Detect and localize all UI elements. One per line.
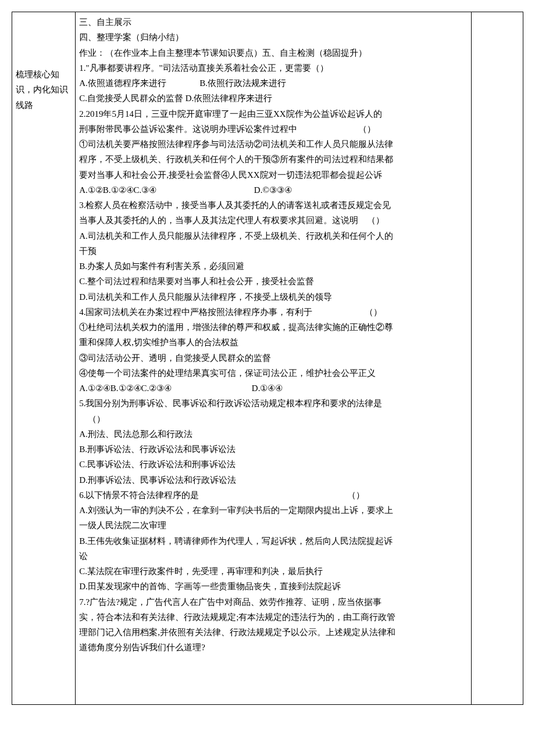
q4-line3: 重和保障人权,切实维护当事人的合法权益 bbox=[79, 335, 468, 350]
q2-line2: 刑事附带民事公益诉讼案件。这说明办理诉讼案件过程中 （） bbox=[79, 121, 468, 137]
q4-line1: 4.国家司法机关在办案过程中严格按照法律程序办事，有利于 （） bbox=[79, 304, 468, 320]
q5-opt-b: B.刑事诉讼法、行政诉讼法和民事诉讼法 bbox=[79, 442, 468, 457]
q2-line3: ①司法机关要严格按照法律程序参与司法活动②司法机关和工作人员只能服从法律 bbox=[79, 137, 468, 152]
left-column-cell: 梳理核心知识，内化知识线路 bbox=[12, 12, 76, 705]
q5-opt-d: D.刑事诉讼法、民事诉讼法和行政诉讼法 bbox=[79, 472, 468, 488]
q5-opt-c: C.民事诉讼法、行政诉讼法和刑事诉讼法 bbox=[79, 457, 468, 472]
right-column-cell bbox=[471, 12, 523, 705]
q2-opt-abc: A.①②B.①②④C.③④ bbox=[79, 185, 156, 195]
section-4-heading: 四、整理学案（归纳小结） bbox=[79, 30, 468, 45]
content-cell: 三、自主展示 四、整理学案（归纳小结） 作业：（在作业本上自主整理本节课知识要点… bbox=[76, 12, 472, 705]
q1-opt-c: C.自觉接受人民群众的监督 bbox=[79, 94, 183, 103]
q6-opt-b-line1: B.王伟先收集证据材料，聘请律师作为代理人，写起诉状，然后向人民法院提起诉 bbox=[79, 533, 468, 549]
q5-line2: （） bbox=[79, 411, 468, 427]
q7-line1: 7.?广告法?规定，广告代言人在广告中对商品、效劳作推荐、证明，应当依据事 bbox=[79, 594, 468, 610]
q2-options: A.①②B.①②④C.③④ D.©③③④ bbox=[79, 182, 468, 198]
q3-opt-a-line2: 干预 bbox=[79, 243, 468, 259]
q3-line1: 3.检察人员在检察活动中，接受当事人及其委托的人的请客送礼或者违反规定会见 bbox=[79, 198, 468, 213]
q1-opt-a: A.依照道德程序来进行 bbox=[79, 78, 166, 88]
q7-line3: 理部门记入信用档案,并依照有关法律、行政法规规定予以公示。上述规定从法律和 bbox=[79, 625, 468, 640]
homework-line: 作业：（在作业本上自主整理本节课知识要点）五、自主检测（稳固提升） bbox=[79, 45, 468, 60]
q2-line4: 程序，不受上级机关、行政机关和任何个人的干预③所有案件的司法过程和结果都 bbox=[79, 152, 468, 167]
bottom-blank-space bbox=[79, 655, 468, 702]
q4-line5: ④使每一个司法案件的处理结果真实可信，保证司法公正，维护社会公平正义 bbox=[79, 366, 468, 381]
q2-opt-d: D.©③③④ bbox=[254, 185, 292, 195]
q7-line2: 实，符合本法和有关法律、行政法规规定;有本法规定的违法行为的，由工商行政管 bbox=[79, 610, 468, 625]
q5-opt-a: A.刑法、民法总那么和行政法 bbox=[79, 427, 468, 442]
q6-opt-c: C.某法院在审理行政案件时，先受理，再审理和判决，最后执行 bbox=[79, 564, 468, 579]
q1-options-row1: A.依照道德程序来进行 B.依照行政法规来进行 bbox=[79, 76, 468, 91]
worksheet-table: 梳理核心知识，内化知识线路 三、自主展示 四、整理学案（归纳小结） 作业：（在作… bbox=[12, 12, 523, 705]
q3-opt-c: C.整个司法过程和结果要对当事人和社会公开，接受社会监督 bbox=[79, 274, 468, 289]
q3-opt-d: D.司法机关和工作人员只能服从法律程序，不接受上级机关的领导 bbox=[79, 289, 468, 304]
q1-stem: 1."凡事都要讲程序。"司法活动直接关系着社会公正，更需要（） bbox=[79, 60, 468, 76]
q2-line1: 2.2019年5月14日，三亚中院开庭审理了一起由三亚XX院作为公益诉讼起诉人的 bbox=[79, 106, 468, 121]
q7-line4: 道德角度分别告诉我们什么道理? bbox=[79, 640, 468, 655]
q4-line4: ③司法活动公开、透明，自觉接受人民群众的监督 bbox=[79, 350, 468, 366]
left-label: 梳理核心知识，内化知识线路 bbox=[16, 67, 72, 113]
q4-opt-abc: A.①②④B.①②④C.②③④ bbox=[79, 384, 172, 393]
q4-options: A.①②④B.①②④C.②③④ D.①④④ bbox=[79, 381, 468, 396]
q4-line2: ①杜绝司法机关权力的滥用，增强法律的尊严和权威，提高法律实施的正确性②尊 bbox=[79, 320, 468, 335]
q6-opt-b-line2: 讼 bbox=[79, 549, 468, 564]
q6-opt-a-line1: A.刘强认为一审的判决不公，在拿到一审判决书后的一定期限内提出上诉，要求上 bbox=[79, 503, 468, 518]
section-3-heading: 三、自主展示 bbox=[79, 15, 468, 30]
q1-options-row2: C.自觉接受人民群众的监督 D.依照法律程序来进行 bbox=[79, 91, 468, 106]
q6-line1: 6.以下情景不符合法律程序的是 （） bbox=[79, 488, 468, 503]
q3-opt-a-line1: A.司法机关和工作人员只能服从法律程序，不受上级机关、行政机关和任何个人的 bbox=[79, 228, 468, 243]
q6-opt-a-line2: 一级人民法院二次审理 bbox=[79, 518, 468, 533]
q3-opt-b: B.办案人员如与案件有利害关系，必须回避 bbox=[79, 259, 468, 274]
q2-line5: 要对当事人和社会公开,接受社会监督④人民XX院对一切违法犯罪都会提起公诉 bbox=[79, 167, 468, 182]
q1-opt-d: D.依照法律程序来进行 bbox=[186, 94, 273, 103]
q3-line2: 当事人及其委托的人的，当事人及其法定代理人有权要求其回避。这说明 （） bbox=[79, 213, 468, 228]
q4-opt-d: D.①④④ bbox=[252, 384, 283, 393]
q5-line1: 5.我国分别为刑事诉讼、民事诉讼和行政诉讼活动规定根本程序和要求的法律是 bbox=[79, 396, 468, 411]
q6-opt-d: D.田某发现家中的首饰、字画等一些贵重物品丧失，直接到法院起诉 bbox=[79, 579, 468, 594]
q1-opt-b: B.依照行政法规来进行 bbox=[199, 78, 286, 88]
